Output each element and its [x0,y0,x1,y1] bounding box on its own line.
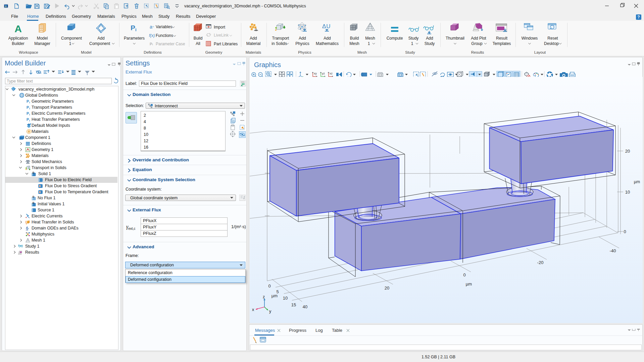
svg-text:Add: Add [299,36,306,41]
svg-text:Functions: Functions [156,33,173,38]
svg-text:in Solids: in Solids [271,41,287,46]
svg-text:vacancy_electromigration_3Dmod: vacancy_electromigration_3Dmodel.mph - C… [184,4,306,8]
svg-text:Type filter text: Type filter text [7,79,33,84]
svg-text:Compute: Compute [387,36,403,41]
svg-text:0: 0 [268,283,270,289]
svg-text:Reset: Reset [547,36,558,41]
svg-text:Component: Component [89,41,110,46]
svg-text:10: 10 [283,296,288,301]
svg-text:All: All [196,41,200,46]
svg-text:Builder: Builder [12,41,24,46]
svg-text:Import: Import [214,25,226,30]
svg-text:15: 15 [291,302,296,307]
svg-text:ΔU: ΔU [322,23,331,30]
svg-text:Manager: Manager [34,41,50,46]
svg-text:-40: -40 [610,248,616,253]
svg-text:Add: Add [97,36,104,41]
svg-text:Pi: Pi [150,42,153,46]
svg-text:Transport: Transport [272,36,290,41]
svg-text:xz: xz [330,72,333,75]
svg-text:Mesh: Mesh [365,36,375,41]
svg-text:y: y [269,309,271,314]
svg-text:Add: Add [250,36,257,41]
svg-text:0: 0 [463,272,465,277]
svg-text:Add Plot: Add Plot [471,36,486,41]
svg-text:Study: Study [425,41,435,46]
svg-text:Physics: Physics [295,41,309,46]
svg-text:Component: Component [61,36,82,41]
svg-text:A: A [14,23,22,34]
svg-text:Model: Model [37,36,48,41]
svg-text:Mathematics: Mathematics [316,41,339,46]
svg-text:Parameter Case: Parameter Case [156,42,185,46]
svg-text:P: P [131,24,135,32]
svg-text:Variables: Variables [156,24,172,29]
svg-text:Desktop: Desktop [544,41,559,46]
svg-text:Result: Result [496,36,508,41]
svg-text:Parameters: Parameters [124,36,145,41]
svg-text:Material: Material [246,41,261,46]
svg-text:20: 20 [385,286,389,291]
svg-text:20: 20 [625,149,630,154]
svg-text:yz: yz [322,72,325,75]
svg-text:xy: xy [314,72,317,75]
svg-text:Build: Build [194,36,203,41]
svg-text:µm: µm [466,281,472,287]
svg-text:Group: Group [471,41,483,46]
svg-text:-20: -20 [537,260,544,265]
svg-text:Mesh: Mesh [349,41,359,46]
svg-text:a=: a= [150,24,154,30]
svg-text:Templates: Templates [493,41,511,46]
svg-text:10: 10 [625,190,630,195]
svg-text:LiveLink: LiveLink [214,33,229,38]
svg-text:40: 40 [303,304,307,309]
svg-text:µm: µm [271,293,278,298]
svg-text:Study: Study [408,36,419,41]
svg-text:Application: Application [8,36,28,41]
svg-text:1: 1 [368,41,370,46]
svg-text:Windows: Windows [522,36,538,41]
svg-text:Thumbnail: Thumbnail [446,36,464,41]
svg-text:1: 1 [411,41,413,46]
svg-text:x: x [252,307,254,312]
svg-text:1: 1 [69,41,71,46]
svg-text:i: i [135,27,137,32]
svg-text:Add: Add [426,36,433,41]
svg-text:f(x): f(x) [149,33,155,38]
svg-text:z: z [263,295,265,299]
svg-text:Add: Add [324,36,331,41]
svg-text:µm: µm [634,179,640,184]
svg-text:Build: Build [350,36,359,41]
svg-text:Part Libraries: Part Libraries [214,42,238,46]
svg-text:0: 0 [624,229,626,234]
